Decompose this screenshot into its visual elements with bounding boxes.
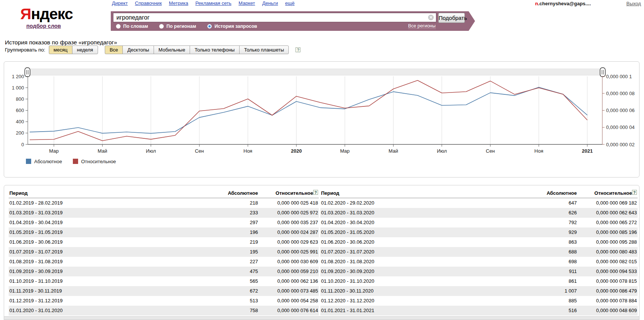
clear-search-icon[interactable]: ✕	[428, 15, 434, 20]
relative-cell: 0,000 000 062 136	[259, 276, 319, 286]
device-filter-Все[interactable]: Все	[105, 45, 123, 54]
left-axis-tick-label: 600	[16, 108, 24, 113]
period-cell: 01.03.2019 - 31.03.2019	[9, 208, 202, 218]
search-mode-switcher: По словамПо регионамИстория запросов	[116, 24, 257, 29]
table-row: 01.02.2019 - 28.02.20192180,000 000 025 …	[9, 198, 319, 208]
table-row: 01.04.2019 - 30.04.20192970,000 000 035 …	[9, 218, 319, 227]
wordstat-home-link[interactable]: подбор слов	[26, 23, 61, 29]
table-row: 01.02.2020 - 29.02.20206470,000 000 069 …	[320, 198, 638, 208]
radio-icon[interactable]	[116, 24, 121, 29]
submit-button[interactable]: Подобрать	[438, 13, 465, 23]
table-row: 01.12.2020 - 31.12.20208850,000 000 078 …	[320, 296, 638, 306]
help-icon[interactable]: ?	[632, 190, 637, 195]
absolute-cell: 219	[202, 237, 259, 247]
top-navigation: ДиректСправочникМетрикаРекламная сетьМар…	[112, 0, 294, 6]
table-row: 01.10.2020 - 31.10.20208610,000 000 078 …	[320, 276, 638, 286]
period-cell: 01.10.2019 - 31.10.2019	[9, 276, 202, 286]
period-cell: 01.09.2019 - 30.09.2019	[9, 267, 202, 276]
nav-link-Маркет[interactable]: Маркет	[238, 0, 255, 6]
relative-cell: 0,000 000 082 015	[578, 257, 638, 267]
x-axis-tick-label: Мар	[49, 148, 59, 154]
horizontal-scrollbar[interactable]	[4, 316, 639, 320]
relative-cell: 0,000 000 085 196	[578, 227, 638, 237]
period-cell: 01.08.2020 - 31.08.2020	[320, 257, 521, 267]
device-filter-Только планшеты[interactable]: Только планшеты	[239, 45, 289, 54]
column-header-Абсолютное[interactable]: Абсолютное	[521, 187, 578, 198]
search-mode-История запросов[interactable]: История запросов	[207, 24, 257, 29]
left-axis-tick-label: 1 200	[12, 74, 24, 79]
period-cell: 01.05.2019 - 31.05.2019	[9, 227, 202, 237]
period-cell: 01.06.2020 - 30.06.2020	[320, 237, 521, 247]
range-slider-track[interactable]	[28, 69, 602, 75]
all-regions-link[interactable]: Все регионы	[408, 23, 436, 29]
nav-link-Деньги[interactable]: Деньги	[262, 0, 278, 6]
absolute-cell: 196	[202, 227, 259, 237]
help-icon[interactable]: ?	[313, 190, 318, 195]
absolute-cell: 626	[521, 208, 578, 218]
radio-selected-icon[interactable]	[207, 24, 212, 29]
table-row: 01.09.2019 - 30.09.20194750,000 000 059 …	[9, 267, 319, 276]
absolute-cell: 1 007	[521, 286, 578, 296]
absolute-cell: 297	[202, 218, 259, 227]
yandex-logo[interactable]: Яндекс	[20, 5, 73, 23]
search-input[interactable]	[113, 13, 436, 22]
column-header-Относительное[interactable]: Относительное?	[578, 187, 638, 198]
column-header-Период[interactable]: Период	[9, 187, 202, 198]
relative-cell: 0,000 000 065 272	[578, 218, 638, 227]
search-mode-По регионам[interactable]: По регионам	[159, 24, 196, 29]
device-filter-Только телефоны[interactable]: Только телефоны	[190, 45, 240, 54]
device-filter-Десктопы[interactable]: Десктопы	[122, 45, 154, 54]
period-cell: 01.06.2019 - 30.06.2019	[9, 237, 202, 247]
absolute-cell: 227	[202, 257, 259, 267]
column-header-Относительное[interactable]: Относительное?	[259, 187, 319, 198]
period-cell: 01.10.2020 - 31.10.2020	[320, 276, 521, 286]
absolute-cell: 861	[521, 276, 578, 286]
left-axis-tick-label: 200	[16, 130, 24, 136]
search-mode-По словам[interactable]: По словам	[116, 24, 148, 29]
nav-link-Рекламная сеть[interactable]: Рекламная сеть	[195, 0, 231, 6]
legend-swatch	[26, 159, 31, 164]
legend-swatch	[73, 159, 78, 164]
radio-icon[interactable]	[159, 24, 164, 29]
range-slider-handle-left-body[interactable]	[25, 68, 30, 77]
logout-link[interactable]: Выход	[626, 1, 641, 6]
nav-link-Справочник[interactable]: Справочник	[135, 0, 162, 6]
legend-item-Относительное[interactable]: Относительное	[73, 159, 116, 164]
history-table: ПериодАбсолютноеОтносительное?01.02.2020…	[320, 187, 638, 315]
range-slider-handle-right-body[interactable]	[600, 68, 605, 77]
absolute-cell: 758	[202, 306, 259, 315]
nav-link-Метрика[interactable]: Метрика	[169, 0, 188, 6]
legend-item-Абсолютное[interactable]: Абсолютное	[26, 159, 62, 164]
x-axis-tick-label: Май	[98, 148, 107, 154]
table-row: 01.07.2019 - 31.07.20191950,000 000 025 …	[9, 247, 319, 257]
search-input-wrap: ✕	[113, 13, 436, 22]
period-cell: 01.01.2021 - 31.01.2021	[320, 306, 521, 315]
account-email[interactable]: n.chernysheva@gaps....	[535, 1, 591, 6]
nav-link-Директ[interactable]: Директ	[112, 0, 128, 6]
relative-cell: 0,000 000 059 210	[259, 267, 319, 276]
table-header: ПериодАбсолютноеОтносительное?	[9, 187, 319, 198]
device-filter-Мобильные[interactable]: Мобильные	[154, 45, 190, 54]
absolute-cell: 792	[521, 218, 578, 227]
x-axis-tick-label: Ноя	[534, 148, 543, 154]
table-header-row: ПериодАбсолютноеОтносительное?	[9, 187, 319, 198]
group-by-неделя[interactable]: неделя	[72, 45, 98, 54]
range-slider-handle-left[interactable]	[25, 68, 30, 77]
x-axis-tick-label: Мар	[340, 148, 350, 154]
period-cell: 01.02.2019 - 28.02.2019	[9, 198, 202, 208]
nav-link-ещё[interactable]: ещё	[285, 0, 294, 6]
x-axis-tick-label: Июл	[146, 148, 156, 154]
history-chart: 02004006008001 0001 2000,000 000 020,000…	[4, 62, 639, 177]
column-header-Период[interactable]: Период	[320, 187, 521, 198]
chart-panel: 02004006008001 0001 2000,000 000 020,000…	[4, 61, 639, 177]
group-by-label: Группировать по:	[5, 47, 45, 53]
period-cell: 01.07.2019 - 31.07.2019	[9, 247, 202, 257]
help-icon[interactable]: ?	[296, 47, 300, 52]
group-by-месяц[interactable]: месяц	[49, 45, 72, 54]
left-axis-tick-label: 400	[16, 119, 24, 124]
x-axis-tick-label: Ноя	[243, 148, 252, 154]
column-header-Абсолютное[interactable]: Абсолютное	[202, 187, 259, 198]
period-cell: 01.05.2020 - 31.05.2020	[320, 227, 521, 237]
range-slider-handle-right[interactable]	[600, 68, 605, 77]
table-row: 01.04.2020 - 30.04.20207920,000 000 065 …	[320, 218, 638, 227]
